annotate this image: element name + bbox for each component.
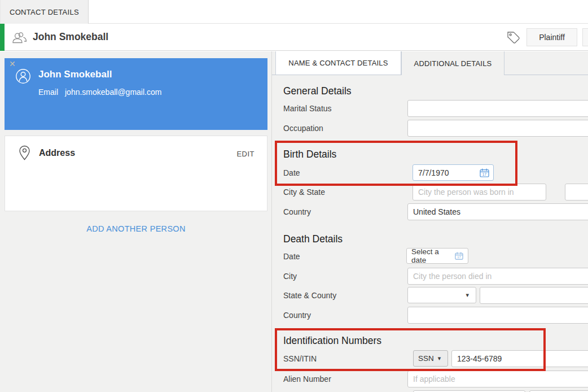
people-icon bbox=[12, 31, 27, 45]
add-another-person-link[interactable]: ADD ANOTHER PERSON bbox=[0, 224, 272, 233]
ssn-number-input[interactable] bbox=[451, 350, 588, 367]
birth-city-state-label: City & State bbox=[283, 184, 325, 201]
ssn-itin-label: SSN/ITIN bbox=[283, 350, 317, 367]
tag-icon bbox=[505, 30, 522, 46]
death-date-picker[interactable]: Select a date 17 bbox=[406, 248, 468, 264]
birth-state-input[interactable] bbox=[565, 184, 588, 201]
address-card-title: Address bbox=[39, 148, 75, 158]
person-card-name: John Smokeball bbox=[38, 69, 112, 80]
contact-name-title: John Smokeball bbox=[33, 31, 108, 43]
chevron-down-icon: ▾ bbox=[438, 355, 441, 361]
additional-details-form: General Details Marital Status Occupatio… bbox=[272, 51, 588, 392]
death-date-label: Date bbox=[283, 248, 300, 265]
birth-country-input[interactable] bbox=[407, 203, 588, 220]
tab-contact-details[interactable]: CONTACT DETAILS bbox=[0, 0, 89, 24]
death-date-placeholder: Select a date bbox=[411, 247, 451, 264]
contact-type-color-bar bbox=[0, 24, 5, 51]
email-value: john.smokeball@gmail.com bbox=[65, 88, 161, 97]
chevron-down-icon: ▾ bbox=[466, 292, 469, 298]
occupation-input[interactable] bbox=[407, 120, 588, 137]
death-country-label: Country bbox=[283, 307, 311, 324]
death-country-input[interactable] bbox=[407, 307, 588, 324]
email-label: Email bbox=[38, 88, 58, 97]
general-details-heading: General Details bbox=[283, 85, 352, 97]
ssn-type-dropdown[interactable]: SSN ▾ bbox=[413, 350, 448, 367]
doc-tab-label: CONTACT DETAILS bbox=[10, 8, 79, 16]
tab-additional-details-label: ADDITIONAL DETAILS bbox=[414, 59, 492, 68]
death-county-input[interactable] bbox=[480, 287, 588, 304]
death-city-label: City bbox=[283, 268, 297, 285]
address-edit-link[interactable]: EDIT bbox=[236, 150, 254, 158]
details-panel: NAME & CONTACT DETAILS ADDITIONAL DETAIL… bbox=[272, 51, 588, 392]
marital-status-label: Marital Status bbox=[283, 100, 332, 117]
identification-numbers-heading: Identification Numbers bbox=[283, 335, 381, 347]
marital-status-input[interactable] bbox=[407, 100, 588, 117]
role-button-plaintiff[interactable]: Plaintiff bbox=[526, 28, 577, 46]
calendar-icon[interactable]: 17 bbox=[480, 168, 489, 177]
close-icon[interactable]: ✕ bbox=[9, 59, 16, 68]
tab-additional-details[interactable]: ADDITIONAL DETAILS bbox=[401, 51, 504, 75]
ssn-type-value: SSN bbox=[418, 354, 434, 363]
tab-name-contact-details[interactable]: NAME & CONTACT DETAILS bbox=[275, 51, 401, 75]
svg-text:17: 17 bbox=[482, 172, 487, 176]
contact-details-window: CONTACT DETAILS John Smokeball Plaintiff bbox=[0, 0, 588, 392]
death-details-heading: Death Details bbox=[283, 233, 343, 245]
birth-details-heading: Birth Details bbox=[283, 149, 336, 160]
birth-country-label: Country bbox=[283, 203, 311, 220]
role-button-label: Plaintiff bbox=[539, 33, 565, 42]
content-area: ✕ John Smokeball Email john.smokeball@gm… bbox=[0, 51, 588, 392]
tab-name-contact-details-label: NAME & CONTACT DETAILS bbox=[288, 59, 388, 67]
contact-header: John Smokeball Plaintiff bbox=[0, 24, 588, 51]
occupation-label: Occupation bbox=[283, 120, 323, 137]
birth-city-input[interactable] bbox=[413, 184, 546, 201]
alien-number-label: Alien Number bbox=[283, 371, 331, 387]
document-tabstrip: CONTACT DETAILS bbox=[0, 0, 588, 24]
state-county-label: State & County bbox=[283, 287, 336, 304]
address-card: Address EDIT bbox=[5, 136, 267, 211]
location-pin-icon bbox=[19, 145, 30, 161]
person-circle-icon bbox=[15, 68, 31, 84]
birth-date-label: Date bbox=[283, 164, 300, 181]
death-city-input[interactable] bbox=[407, 268, 588, 285]
svg-text:17: 17 bbox=[457, 255, 460, 259]
birth-date-value: 7/7/1970 bbox=[418, 168, 449, 177]
alien-number-input[interactable] bbox=[407, 371, 588, 387]
calendar-icon: 17 bbox=[455, 252, 463, 260]
birth-date-input[interactable]: 7/7/1970 17 bbox=[413, 164, 494, 181]
person-card-selected[interactable]: ✕ John Smokeball Email john.smokeball@gm… bbox=[5, 58, 267, 130]
header-secondary-button-partial[interactable] bbox=[582, 28, 588, 46]
death-state-dropdown[interactable]: ▾ bbox=[407, 287, 476, 303]
people-sidebar: ✕ John Smokeball Email john.smokeball@gm… bbox=[0, 51, 272, 392]
